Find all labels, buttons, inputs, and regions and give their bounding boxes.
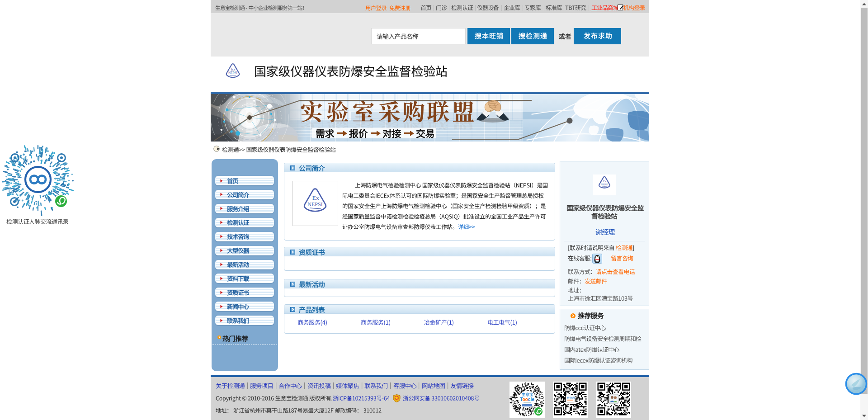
svg-text:NEPSI: NEPSI	[307, 201, 322, 208]
svg-text:Ex: Ex	[603, 179, 607, 183]
svg-text:NEPSI: NEPSI	[228, 71, 238, 75]
svg-text:NEPSI: NEPSI	[601, 183, 609, 186]
svg-text:Ex: Ex	[312, 194, 319, 201]
svg-text:Ex: Ex	[231, 67, 235, 71]
svg-text:Toocle: Toocle	[520, 397, 534, 402]
